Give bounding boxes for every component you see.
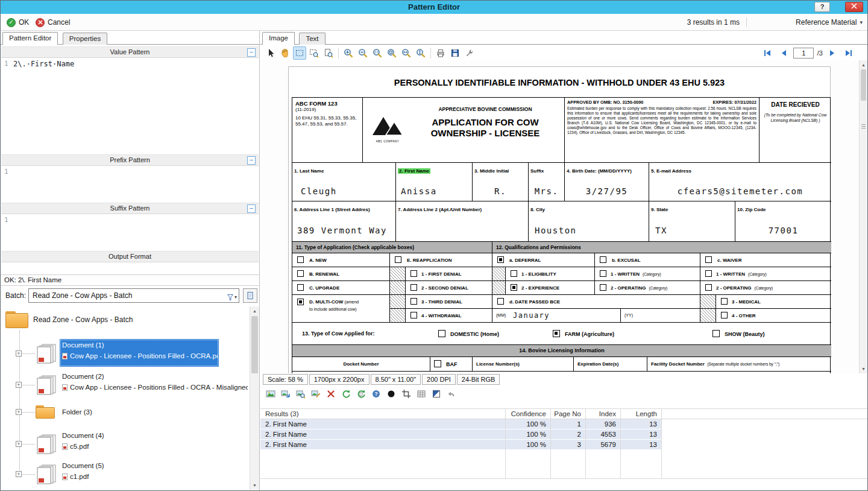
previous-page-button[interactable] bbox=[777, 46, 790, 60]
result-row[interactable]: 2. First Name 100 % 1 936 13 bbox=[260, 419, 661, 429]
suffix-pattern-editor[interactable]: 1 bbox=[1, 214, 259, 251]
tab-image[interactable]: Image bbox=[262, 32, 295, 45]
tree-item-folder-3[interactable]: Folder (3) bbox=[62, 408, 92, 416]
value-pattern-editor[interactable]: 1 2\.·First·Name bbox=[1, 58, 259, 154]
line-number: 1 bbox=[4, 216, 8, 224]
page-number-input[interactable]: 1 bbox=[793, 48, 814, 59]
zoom-actual-size-button[interactable]: 1:1 bbox=[371, 46, 384, 60]
select-region-tool-button[interactable] bbox=[293, 46, 306, 60]
expand-toggle[interactable]: + bbox=[16, 382, 22, 388]
collapse-value-pattern-button[interactable]: − bbox=[247, 48, 256, 57]
title-bar: Pattern Editor ? bbox=[1, 1, 867, 14]
image-operations-toolbar: ? bbox=[260, 387, 867, 401]
pdf-icon bbox=[62, 384, 68, 391]
tree-item-subtitle[interactable]: c5.pdf bbox=[62, 443, 248, 450]
export-image-button[interactable] bbox=[264, 387, 277, 401]
collapse-suffix-pattern-button[interactable]: − bbox=[247, 204, 256, 213]
invert-icon bbox=[432, 389, 441, 399]
column-header-index[interactable]: Index bbox=[585, 409, 620, 419]
refresh-button[interactable] bbox=[339, 387, 353, 401]
invert-button[interactable] bbox=[430, 387, 443, 401]
validate-button[interactable]: ? bbox=[370, 387, 383, 401]
tree-root-label[interactable]: Read Zone - Cow Apps - Batch bbox=[33, 315, 133, 324]
tree-item-subtitle[interactable]: Cow App - Licensee - Positions Filled - … bbox=[62, 352, 218, 360]
batch-value: Read Zone - Cow Apps - Batch bbox=[33, 291, 132, 300]
result-page: 1 bbox=[550, 419, 585, 429]
print-button[interactable] bbox=[434, 46, 447, 60]
checkbox-experience bbox=[511, 284, 517, 291]
tree-item-title[interactable]: Document (1) bbox=[62, 341, 104, 349]
inspect-image-button[interactable] bbox=[294, 387, 307, 401]
column-header-length[interactable]: Length bbox=[620, 409, 661, 419]
scrollbar-thumb[interactable] bbox=[251, 316, 258, 373]
tree-item-document-2[interactable]: Document (2) bbox=[62, 373, 104, 380]
threshold-button[interactable] bbox=[385, 387, 398, 401]
tab-pattern-editor[interactable]: Pattern Editor bbox=[2, 32, 58, 45]
last-page-button[interactable] bbox=[842, 46, 855, 60]
column-header-page[interactable]: Page No bbox=[550, 409, 585, 419]
help-button[interactable]: ? bbox=[814, 2, 830, 12]
zoom-fit-width-button[interactable] bbox=[400, 46, 413, 60]
checkbox-waiver bbox=[705, 256, 712, 263]
svg-text:1:1: 1:1 bbox=[374, 51, 379, 54]
reprocess-button[interactable] bbox=[354, 387, 368, 401]
column-header-confidence[interactable]: Confidence bbox=[505, 409, 550, 419]
resize-image-button[interactable] bbox=[279, 387, 292, 401]
crop-button[interactable] bbox=[400, 387, 413, 401]
prefix-pattern-editor[interactable]: 1 bbox=[1, 166, 259, 203]
next-page-button[interactable] bbox=[826, 46, 839, 60]
ok-button[interactable]: ✓ OK bbox=[7, 17, 29, 28]
scroll-up-arrow[interactable]: ▲ bbox=[860, 60, 867, 69]
splitter-grip[interactable] bbox=[861, 122, 866, 130]
settings-button[interactable] bbox=[463, 46, 476, 60]
section14-header: 14. Bovine Licensing Information bbox=[292, 345, 831, 357]
field-address2: 7. Address Line 2 (Apt./Unit Number) bbox=[396, 201, 529, 241]
tab-properties[interactable]: Properties bbox=[63, 33, 107, 45]
document-stack-icon bbox=[36, 343, 58, 364]
scroll-up-arrow[interactable]: ▲ bbox=[250, 306, 259, 315]
scroll-down-arrow[interactable]: ▼ bbox=[860, 364, 867, 373]
zoom-region-tool-button[interactable] bbox=[307, 46, 321, 60]
line-removal-button[interactable] bbox=[415, 387, 428, 401]
first-page-button[interactable] bbox=[761, 46, 774, 60]
save-button[interactable] bbox=[448, 46, 462, 60]
scrollbar-thumb[interactable] bbox=[861, 69, 866, 101]
image-viewer[interactable]: PERSONALLY IDENTIFIABLE INFORMATION - WI… bbox=[260, 60, 859, 373]
result-row[interactable]: 2. First Name 100 % 3 5679 13 bbox=[260, 440, 661, 450]
tree-item-subtitle[interactable]: c1.pdf bbox=[62, 473, 248, 480]
pattern-editor-window: Pattern Editor ? ✓ OK Cancel 3 results i… bbox=[0, 0, 868, 491]
zoom-fit-page-button[interactable] bbox=[385, 46, 398, 60]
output-format-area[interactable] bbox=[1, 262, 259, 273]
form-id: ABC FORM 123 bbox=[295, 100, 359, 107]
expand-toggle[interactable]: + bbox=[16, 350, 22, 356]
tab-text[interactable]: Text bbox=[299, 33, 325, 45]
result-row[interactable]: 2. First Name 100 % 2 4553 13 bbox=[260, 429, 661, 440]
delete-region-button[interactable] bbox=[324, 387, 338, 401]
section13-row: 13. Type of Cow Applied for: DOMESTIC (H… bbox=[292, 322, 831, 345]
cancel-button[interactable]: Cancel bbox=[36, 17, 70, 28]
zoom-in-button[interactable] bbox=[342, 46, 355, 60]
document-page[interactable]: PERSONALLY IDENTIFIABLE INFORMATION - WI… bbox=[288, 66, 831, 373]
tree-item-subtitle[interactable]: Cow App - Licensee - Positions Filled - … bbox=[62, 384, 248, 391]
tree-item-document-4[interactable]: Document (4) bbox=[62, 432, 104, 439]
zoom-fit-height-button[interactable] bbox=[414, 46, 427, 60]
zoom-page-tool-button[interactable] bbox=[322, 46, 335, 60]
scroll-down-arrow[interactable]: ▼ bbox=[250, 481, 259, 490]
close-button[interactable] bbox=[845, 2, 863, 12]
batch-combobox[interactable]: Read Zone - Cow Apps - Batch ▾ bbox=[28, 288, 239, 303]
zoom-out-button[interactable] bbox=[356, 46, 370, 60]
collapse-prefix-pattern-button[interactable]: − bbox=[247, 156, 256, 165]
expand-toggle[interactable]: + bbox=[16, 409, 22, 415]
undo-button[interactable] bbox=[445, 387, 458, 401]
expand-toggle[interactable]: + bbox=[16, 441, 22, 447]
pan-tool-button[interactable] bbox=[278, 46, 292, 60]
expand-toggle[interactable]: + bbox=[16, 471, 22, 477]
pointer-tool-button[interactable] bbox=[264, 46, 277, 60]
checkbox-farm bbox=[553, 330, 560, 337]
checkbox-medical bbox=[721, 298, 728, 305]
reference-material-dropdown[interactable]: Reference Material ▾ bbox=[796, 17, 863, 28]
view-batch-button[interactable] bbox=[243, 288, 257, 303]
edit-image-button[interactable] bbox=[309, 387, 322, 401]
tree-item-document-5[interactable]: Document (5) bbox=[62, 462, 104, 469]
scale-indicator: Scale: 58 % bbox=[263, 374, 308, 385]
